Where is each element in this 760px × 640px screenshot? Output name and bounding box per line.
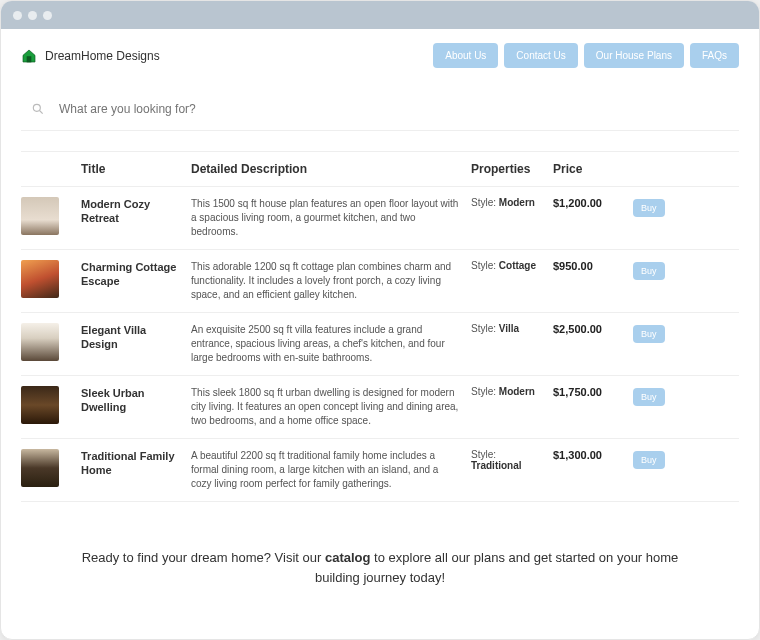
plan-desc: This 1500 sq ft house plan features an o… [191,197,461,239]
plan-thumbnail [21,260,59,298]
svg-point-1 [33,104,40,111]
window-min-dot[interactable] [28,11,37,20]
buy-button[interactable]: Buy [633,388,665,406]
col-title: Title [81,162,181,176]
plan-price: $950.00 [553,260,623,272]
search-icon [31,102,45,116]
plan-props: Style: Modern [471,386,543,397]
plans-table: Title Detailed Description Properties Pr… [21,151,739,502]
col-price: Price [553,162,623,176]
buy-button[interactable]: Buy [633,451,665,469]
plan-thumbnail [21,197,59,235]
plan-price: $1,300.00 [553,449,623,461]
col-desc: Detailed Description [191,162,461,176]
nav-menu: About Us Contact Us Our House Plans FAQs [433,43,739,68]
plan-desc: This sleek 1800 sq ft urban dwelling is … [191,386,461,428]
brand-name: DreamHome Designs [45,49,160,63]
nav-about[interactable]: About Us [433,43,498,68]
buy-button[interactable]: Buy [633,262,665,280]
table-row: Charming Cottage Escape This adorable 12… [21,250,739,313]
col-props: Properties [471,162,543,176]
plan-props: Style: Traditional [471,449,543,471]
plan-thumbnail [21,449,59,487]
plan-title: Charming Cottage Escape [81,260,181,289]
plan-props: Style: Modern [471,197,543,208]
plan-thumbnail [21,386,59,424]
house-logo-icon [21,48,37,64]
buy-button[interactable]: Buy [633,325,665,343]
header: DreamHome Designs About Us Contact Us Ou… [21,43,739,78]
searchbar [21,78,739,131]
content-area: DreamHome Designs About Us Contact Us Ou… [1,29,759,639]
plan-thumbnail [21,323,59,361]
plan-price: $2,500.00 [553,323,623,335]
brand: DreamHome Designs [21,48,160,64]
app-window: DreamHome Designs About Us Contact Us Ou… [0,0,760,640]
titlebar [1,1,759,29]
search-input[interactable] [59,102,729,116]
table-row: Modern Cozy Retreat This 1500 sq ft hous… [21,187,739,250]
nav-plans[interactable]: Our House Plans [584,43,684,68]
window-max-dot[interactable] [43,11,52,20]
plan-title: Traditional Family Home [81,449,181,478]
svg-line-2 [40,111,43,114]
table-row: Elegant Villa Design An exquisite 2500 s… [21,313,739,376]
plan-price: $1,200.00 [553,197,623,209]
plan-desc: An exquisite 2500 sq ft villa features i… [191,323,461,365]
plan-props: Style: Villa [471,323,543,334]
nav-contact[interactable]: Contact Us [504,43,577,68]
plan-price: $1,750.00 [553,386,623,398]
plan-title: Sleek Urban Dwelling [81,386,181,415]
plan-desc: This adorable 1200 sq ft cottage plan co… [191,260,461,302]
nav-faqs[interactable]: FAQs [690,43,739,68]
table-header: Title Detailed Description Properties Pr… [21,151,739,187]
table-row: Traditional Family Home A beautiful 2200… [21,439,739,502]
plan-props: Style: Cottage [471,260,543,271]
window-close-dot[interactable] [13,11,22,20]
catalog-link[interactable]: catalog [325,550,371,565]
buy-button[interactable]: Buy [633,199,665,217]
plan-desc: A beautiful 2200 sq ft traditional famil… [191,449,461,491]
plan-title: Elegant Villa Design [81,323,181,352]
plan-title: Modern Cozy Retreat [81,197,181,226]
svg-rect-0 [27,56,31,61]
table-row: Sleek Urban Dwelling This sleek 1800 sq … [21,376,739,439]
footer-cta: Ready to find your dream home? Visit our… [21,548,739,587]
